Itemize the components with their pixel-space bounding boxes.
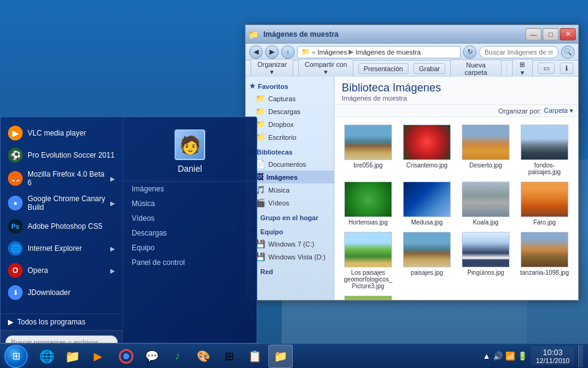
burn-button[interactable]: Grabar [413, 63, 445, 74]
slideshow-button[interactable]: Presentación [358, 63, 409, 74]
sidebar-item-dropbox[interactable]: 📁 Dropbox [246, 118, 334, 131]
image-label: Medusa.jpg [411, 219, 443, 226]
taskbar-mediaplayer-icon[interactable]: ▶ [86, 345, 110, 368]
sidebar-item-win7[interactable]: 💾 Windows 7 (C:) [246, 237, 334, 250]
preview-button[interactable]: ▭ [538, 63, 555, 74]
maximize-button[interactable]: □ [543, 28, 559, 40]
image-thumbnail [403, 182, 451, 217]
up-arrow-icon[interactable]: ▲ [483, 351, 491, 361]
image-item[interactable]: Hortensias.jpg [339, 179, 397, 228]
speaker-icon[interactable]: 🔊 [493, 351, 503, 361]
start-item-opera[interactable]: O Opera ▶ [1, 259, 123, 282]
taskbar-app1-icon[interactable]: ⊞ [217, 345, 241, 368]
image-item[interactable]: Medusa.jpg [398, 179, 456, 228]
image-item[interactable]: Koala.jpg [457, 179, 514, 228]
view-button[interactable]: ⊞ ▾ [512, 59, 533, 79]
battery-icon[interactable]: 🔋 [518, 351, 527, 361]
sidebar-item-musica[interactable]: 🎵 Música [246, 183, 334, 196]
share-button[interactable]: Compartir con ▾ [298, 59, 353, 78]
start-item-vlc[interactable]: ▶ VLC media player [1, 122, 123, 144]
start-menu-left: ▶ VLC media player ⚽ Pro Evolution Socce… [1, 117, 123, 343]
back-button[interactable]: ◀ [249, 45, 263, 59]
new-folder-button[interactable]: Nueva carpeta [450, 59, 501, 78]
jdownloader-icon: ⬇ [8, 285, 23, 300]
start-item-jdownloader[interactable]: ⬇ JDownloader [1, 282, 123, 304]
homegroup-header[interactable]: 🏠 Grupo en el hogar [246, 212, 334, 223]
opera-icon: O [8, 263, 23, 278]
image-item[interactable]: Desierto.jpg [457, 122, 514, 178]
start-button[interactable] [0, 344, 32, 369]
favorites-label: Favoritos [258, 83, 288, 90]
minimize-button[interactable]: — [526, 28, 541, 40]
image-item[interactable] [339, 293, 397, 300]
right-nav-images[interactable]: Imágenes [123, 182, 257, 196]
network-icon[interactable]: 📶 [505, 351, 515, 361]
refresh-button[interactable]: ↻ [463, 45, 477, 59]
start-item-firefox[interactable]: 🦊 Mozilla Firefox 4.0 Beta 6 ▶ [1, 166, 123, 191]
start-orb[interactable] [4, 345, 28, 368]
addr-arrow: « [312, 48, 315, 56]
image-label: paisajes.jpg [411, 269, 443, 276]
image-item[interactable]: Pingüinos.jpg [457, 229, 514, 292]
address-bar[interactable]: 📁 « Imágenes ▶ Imágenes de muestra [297, 46, 461, 58]
arrow-icon: ▶ [110, 267, 115, 274]
taskbar-app2-icon[interactable]: 📋 [243, 345, 267, 368]
search-button[interactable]: 🔍 [561, 45, 575, 59]
image-thumbnail [344, 125, 392, 160]
details-button[interactable]: ℹ [560, 63, 573, 74]
sidebar-item-winvista[interactable]: 💾 Windows Vista (D:) [246, 250, 334, 263]
image-item[interactable]: Crisantemo.jpg [398, 122, 456, 178]
taskbar-explorer-icon[interactable]: 📁 [60, 345, 85, 368]
libraries-label: Bibliotecas [257, 148, 293, 156]
right-nav-computer[interactable]: Equipo [123, 240, 257, 255]
taskbar-messenger-icon[interactable]: 💬 [140, 345, 164, 368]
image-item[interactable]: bre056.jpg [339, 122, 397, 178]
network-header[interactable]: 🌐 Red [246, 266, 334, 277]
sidebar-item-escritorio[interactable]: 📁 Escritorio [246, 131, 334, 144]
sidebar-item-imagenes[interactable]: 🖼 Imágenes [246, 171, 334, 183]
computer-header[interactable]: 💻 Equipo [246, 226, 334, 237]
sidebar-item-documentos[interactable]: 📄 Documentos [246, 158, 334, 171]
taskbar-paint-icon[interactable]: 🎨 [191, 345, 216, 368]
libraries-header[interactable]: ▶ Bibliotecas [246, 146, 334, 158]
sidebar-item-descargas[interactable]: 📁 Descargas [246, 105, 334, 118]
all-programs-button[interactable]: ▶ Todos los programas [1, 313, 123, 330]
image-item[interactable]: fondos-paisajes.jpg [516, 122, 573, 178]
taskbar-folder-icon[interactable]: 📁 [268, 345, 293, 368]
image-thumbnail [521, 232, 568, 267]
right-nav-music[interactable]: Música [123, 196, 257, 211]
start-item-ie[interactable]: 🌐 Internet Explorer ▶ [1, 237, 123, 259]
image-item[interactable]: paisajes.jpg [398, 229, 456, 292]
image-item[interactable]: Los paisajes geomorfologicos_Picture3.jp… [339, 229, 397, 292]
show-desktop-button[interactable] [578, 345, 583, 367]
taskbar-spotify-icon[interactable]: ♪ [165, 345, 190, 368]
taskbar-chrome-icon[interactable] [114, 345, 138, 368]
right-nav-control-panel[interactable]: Panel de control [123, 255, 257, 270]
favorites-header[interactable]: ★ Favoritos [246, 80, 334, 92]
sidebar-item-capturas[interactable]: 📁 Capturas [246, 92, 334, 105]
image-thumbnail [344, 296, 392, 300]
taskbar-clock[interactable]: 10:03 12/11/2010 [531, 347, 575, 366]
start-item-photoshop[interactable]: Ps Adobe Photoshop CS5 [1, 215, 123, 237]
start-item-pes[interactable]: ⚽ Pro Evolution Soccer 2011 [1, 144, 123, 166]
organize-button[interactable]: Organizar ▾ [251, 59, 293, 78]
organize-value[interactable]: Carpeta ▾ [544, 107, 573, 115]
image-item[interactable]: tanzania-1098.jpg [516, 229, 573, 292]
user-avatar: 🧑 [175, 129, 205, 160]
forward-button[interactable]: ▶ [265, 45, 279, 59]
taskbar-ie-icon[interactable]: 🌐 [34, 345, 59, 368]
image-item[interactable]: Faro.jpg [516, 179, 573, 228]
sidebar-item-videos[interactable]: 🎬 Vídeos [246, 196, 334, 209]
taskbar-right: ▲ 🔊 📶 🔋 10:03 12/11/2010 [483, 345, 588, 367]
right-nav-downloads[interactable]: Descargas [123, 226, 257, 240]
start-item-chrome[interactable]: ● Google Chrome Canary Build ▶ [1, 191, 123, 215]
arrow-icon: ▶ [110, 245, 115, 252]
up-button[interactable]: ↑ [281, 45, 295, 59]
search-input[interactable] [479, 46, 559, 58]
taskbar-icons: 🌐 📁 ▶ 💬 ♪ 🎨 ⊞ 📋 📁 [32, 345, 295, 368]
start-search-input[interactable] [6, 335, 118, 343]
close-button[interactable]: ✕ [560, 28, 576, 40]
start-search-area [1, 330, 123, 343]
organize-bar: Organizar por: Carpeta ▾ [334, 105, 578, 117]
right-nav-videos[interactable]: Vídeos [123, 211, 257, 226]
